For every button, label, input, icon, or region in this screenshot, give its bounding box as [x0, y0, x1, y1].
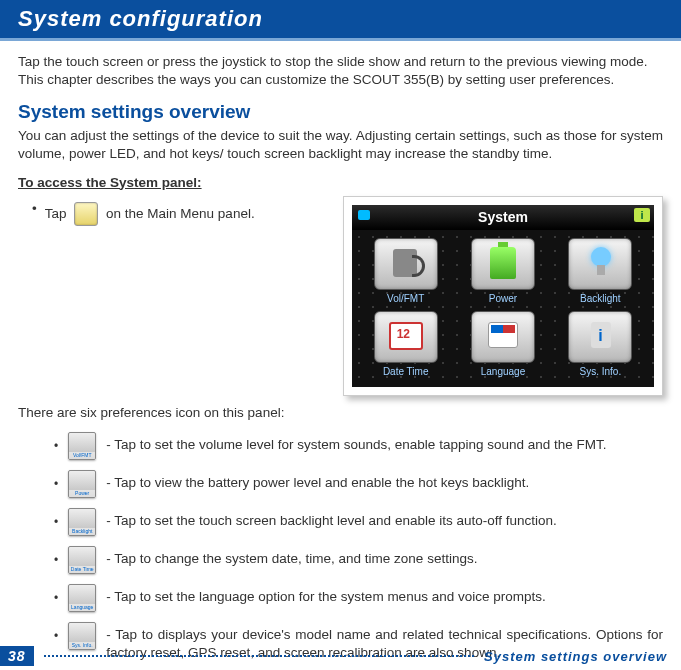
content-area: Tap the touch screen or press the joysti… — [0, 41, 681, 662]
bulb-icon — [568, 238, 632, 290]
section-heading: System settings overview — [18, 99, 663, 125]
panel-label: Date Time — [360, 365, 451, 379]
datetime-small-icon: Date Time — [68, 546, 96, 574]
page-header: System configuration — [0, 0, 681, 41]
section-body: You can adjust the settings of the devic… — [18, 127, 663, 163]
backlight-small-icon: Backlight — [68, 508, 96, 536]
pref-text: - Tap to view the battery power level an… — [106, 470, 663, 492]
panel-item-sysinfo: Sys. Info. — [555, 311, 646, 379]
panel-item-volfmt: Vol/FMT — [360, 238, 451, 306]
language-small-icon: Language — [68, 584, 96, 612]
panel-item-backlight: Backlight — [555, 238, 646, 306]
page-footer: 38 System settings overview — [0, 646, 681, 666]
panel-label: Language — [457, 365, 548, 379]
calendar-icon — [374, 311, 438, 363]
bullet-icon: • — [54, 552, 58, 568]
info-icon: i — [634, 208, 650, 222]
power-small-icon: Power — [68, 470, 96, 498]
panel-label: Power — [457, 292, 548, 306]
bullet-icon: • — [54, 438, 58, 454]
panel-label: Backlight — [555, 292, 646, 306]
footer-section-title: System settings overview — [484, 649, 667, 664]
flags-icon — [471, 311, 535, 363]
tap-instruction: • Tap on the Main Menu panel. — [18, 200, 331, 226]
tap-suffix: on the Main Menu panel. — [106, 205, 255, 220]
system-panel-figure: System i Vol/FMT Power Backlight — [343, 196, 663, 396]
sysinfo-icon — [568, 311, 632, 363]
bullet-icon: • — [54, 514, 58, 530]
intro-line-2: This chapter describes the ways you can … — [18, 71, 663, 89]
intro-line-1: Tap the touch screen or press the joysti… — [18, 53, 663, 71]
bullet-icon: • — [54, 476, 58, 492]
tap-prefix: Tap — [45, 205, 67, 220]
list-item: • Power - Tap to view the battery power … — [18, 470, 663, 498]
system-panel-grid: Vol/FMT Power Backlight Date Time Langua… — [352, 230, 654, 387]
footer-dots — [44, 655, 474, 657]
page-title: System configuration — [18, 6, 263, 31]
list-item: • Date Time - Tap to change the system d… — [18, 546, 663, 574]
intro-block: Tap the touch screen or press the joysti… — [18, 53, 663, 89]
panel-item-language: Language — [457, 311, 548, 379]
bullet-icon: • — [54, 590, 58, 606]
panel-item-datetime: Date Time — [360, 311, 451, 379]
list-item: • Backlight - Tap to set the touch scree… — [18, 508, 663, 536]
page-number: 38 — [0, 646, 34, 666]
battery-icon — [471, 238, 535, 290]
list-item: • Vol/FMT - Tap to set the volume level … — [18, 432, 663, 460]
bullet-icon: • — [32, 200, 37, 218]
pref-text: - Tap to set the volume level for system… — [106, 432, 663, 454]
pref-text: - Tap to set the language option for the… — [106, 584, 663, 606]
panel-label: Vol/FMT — [360, 292, 451, 306]
pref-text: - Tap to set the touch screen backlight … — [106, 508, 663, 530]
system-panel-title-bar: System i — [352, 205, 654, 230]
access-title: To access the System panel: — [18, 174, 663, 192]
system-panel: System i Vol/FMT Power Backlight — [343, 196, 663, 396]
system-panel-title: System — [478, 209, 528, 225]
volfmt-small-icon: Vol/FMT — [68, 432, 96, 460]
bullet-icon: • — [54, 628, 58, 644]
system-small-icon — [74, 202, 98, 226]
panel-label: Sys. Info. — [555, 365, 646, 379]
panel-item-power: Power — [457, 238, 548, 306]
pref-text: - Tap to change the system date, time, a… — [106, 546, 663, 568]
list-item: • Language - Tap to set the language opt… — [18, 584, 663, 612]
preferences-block: There are six preferences icon on this p… — [18, 404, 663, 663]
preferences-intro: There are six preferences icon on this p… — [18, 404, 663, 422]
speaker-icon — [374, 238, 438, 290]
tap-text: Tap on the Main Menu panel. — [45, 200, 255, 226]
